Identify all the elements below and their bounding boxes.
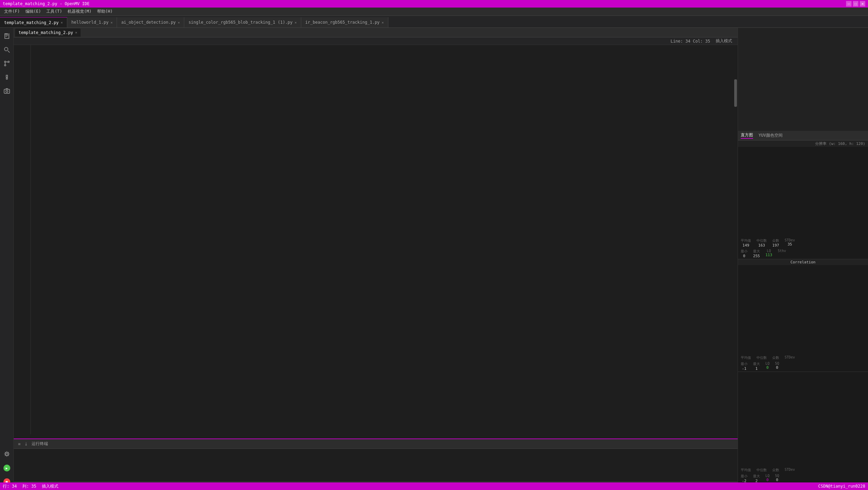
- title-bar-text: template_matching_2.py - OpenMV IDE: [3, 1, 90, 6]
- status-line: 行: 34: [3, 483, 17, 489]
- right-panel: 直方图 YUV颜色空间 分辨率 (w: 160, h: 120) 平均值 149: [738, 28, 868, 490]
- svg-line-5: [8, 51, 10, 53]
- sidebar-search-icon[interactable]: [1, 44, 12, 55]
- line-col-info: Line: 34 Col: 35: [670, 39, 710, 44]
- file-tab-active[interactable]: template_matching_2.py ✕: [15, 29, 81, 37]
- tab-close-0[interactable]: ✕: [61, 21, 63, 24]
- svg-point-14: [6, 453, 8, 455]
- hist-stats-mid-2: 最小 -1 最大 1 LQ 0 5Q 0: [738, 361, 868, 372]
- histogram-container: 平均值 149 中位数 163 众数 197 STDev: [738, 147, 868, 490]
- menu-help[interactable]: 帮助(H): [94, 8, 116, 15]
- terminal-icons: ≡ ⤓: [16, 441, 29, 447]
- tab-2[interactable]: ai_object_detection.py ✕: [117, 17, 184, 27]
- sidebar-file-icon[interactable]: [1, 31, 12, 42]
- hist-stats-top: 平均值 149 中位数 163 众数 197 STDev: [738, 238, 868, 248]
- sidebar-git-icon[interactable]: [1, 58, 12, 69]
- editor-wrapper: [14, 45, 738, 434]
- sidebar-camera-icon[interactable]: [1, 86, 12, 96]
- status-bar: 行: 34 列: 35 插入模式 CSDN@tianyi_run0228: [0, 482, 868, 490]
- terminal-content[interactable]: [14, 449, 738, 481]
- tab-4[interactable]: ir_beacon_rgb565_tracking_1.py ✕: [301, 17, 388, 27]
- code-vscroll-thumb[interactable]: [734, 79, 737, 107]
- svg-rect-1: [4, 33, 5, 39]
- close-button[interactable]: ✕: [860, 1, 865, 7]
- sidebar-debug-icon[interactable]: [1, 72, 12, 83]
- minimize-button[interactable]: ─: [846, 1, 852, 7]
- histogram-tabs: 直方图 YUV颜色空间: [738, 131, 868, 140]
- tab-close-3[interactable]: ✕: [295, 21, 297, 24]
- sidebar-run-icon[interactable]: ▶: [1, 463, 12, 474]
- hist-canvas-mid: [738, 265, 868, 310]
- hist-chart-mid: [738, 265, 868, 354]
- terminal-scroll-icon[interactable]: ⤓: [23, 441, 29, 447]
- code-vscroll[interactable]: [734, 45, 738, 434]
- hist-chart-bot: [738, 372, 868, 467]
- maximize-button[interactable]: □: [853, 1, 858, 7]
- tab-close-4[interactable]: ✕: [382, 21, 384, 24]
- menu-tools[interactable]: 工具(T): [44, 8, 65, 15]
- main-layout: ▶ ■ template_matching_2.py ✕ Line: 34 Co…: [0, 28, 868, 490]
- run-button[interactable]: ▶: [3, 465, 10, 471]
- tab-close-2[interactable]: ✕: [178, 21, 180, 24]
- tab-0[interactable]: template_matching_2.py ✕: [0, 17, 67, 27]
- code-content[interactable]: [31, 45, 734, 434]
- insert-mode-label: 插入模式: [716, 38, 732, 44]
- resolution-label: 分辨率 (w: 160, h: 120): [738, 140, 868, 147]
- editor-status-top: Line: 34 Col: 35 插入模式: [14, 37, 738, 45]
- hist-section-bot: 平均值 中位数 众数 STDev: [738, 372, 868, 484]
- terminal-title: 运行终端: [32, 441, 48, 447]
- title-bar-controls[interactable]: ─ □ ✕: [846, 1, 865, 7]
- hist-section-mid: Correlation 平均值 中位数: [738, 259, 868, 372]
- correlation-label: Correlation: [738, 259, 868, 265]
- svg-point-10: [6, 78, 8, 79]
- camera-canvas: [738, 28, 868, 131]
- menu-edit[interactable]: 编辑(E): [23, 8, 44, 15]
- svg-rect-12: [4, 89, 10, 93]
- menu-file[interactable]: 文件(F): [1, 8, 23, 15]
- tab-1[interactable]: helloworld_1.py ✕: [67, 17, 117, 27]
- svg-point-4: [4, 47, 8, 51]
- status-csdn: CSDN@tianyi_run0228: [818, 484, 865, 489]
- histogram-area: 直方图 YUV颜色空间 分辨率 (w: 160, h: 120) 平均值 149: [738, 131, 868, 490]
- hist-section-top: 平均值 149 中位数 163 众数 197 STDev: [738, 147, 868, 259]
- line-numbers: [14, 45, 31, 434]
- hist-chart-top: [738, 147, 868, 238]
- code-hscroll[interactable]: [14, 434, 738, 438]
- file-tab-close[interactable]: ✕: [75, 31, 77, 34]
- code-editor[interactable]: [14, 45, 738, 438]
- svg-point-13: [6, 90, 8, 92]
- tab-3[interactable]: single_color_rgb565_blob_tracking_1 (1).…: [184, 17, 301, 27]
- svg-point-6: [4, 61, 6, 62]
- hist-tab-2[interactable]: YUV颜色空间: [759, 133, 783, 138]
- title-bar: template_matching_2.py - OpenMV IDE ─ □ …: [0, 0, 868, 8]
- status-col: 列: 35: [22, 483, 36, 489]
- editor-area: template_matching_2.py ✕ Line: 34 Col: 3…: [14, 28, 738, 490]
- menu-vision[interactable]: 机器视觉(M): [65, 8, 94, 15]
- sidebar-settings-icon[interactable]: [1, 449, 12, 460]
- svg-rect-3: [9, 33, 9, 39]
- tab-close-1[interactable]: ✕: [110, 21, 113, 24]
- menu-bar: 文件(F) 编辑(E) 工具(T) 机器视觉(M) 帮助(H): [0, 8, 868, 16]
- hist-canvas-bot: [738, 372, 868, 420]
- svg-rect-2: [4, 38, 9, 39]
- terminal-header: ≡ ⤓ 运行终端: [14, 439, 738, 449]
- camera-view: [738, 28, 868, 131]
- hist-stats-top-2: 最小 0 最大 255 LQ 113 5thv: [738, 248, 868, 259]
- hist-canvas-top: [738, 147, 868, 202]
- left-sidebar: ▶ ■: [0, 28, 14, 490]
- tab-bar: template_matching_2.py ✕ helloworld_1.py…: [0, 16, 868, 28]
- hist-stats-bot: 平均值 中位数 众数 STDev: [738, 467, 868, 473]
- file-tab-bar: template_matching_2.py ✕: [14, 28, 738, 37]
- status-mode: 插入模式: [42, 483, 58, 489]
- svg-point-8: [4, 65, 6, 66]
- hist-tab-1[interactable]: 直方图: [741, 132, 753, 139]
- hist-stats-mid: 平均值 中位数 众数 STDev: [738, 355, 868, 361]
- terminal-menu-icon[interactable]: ≡: [16, 441, 22, 447]
